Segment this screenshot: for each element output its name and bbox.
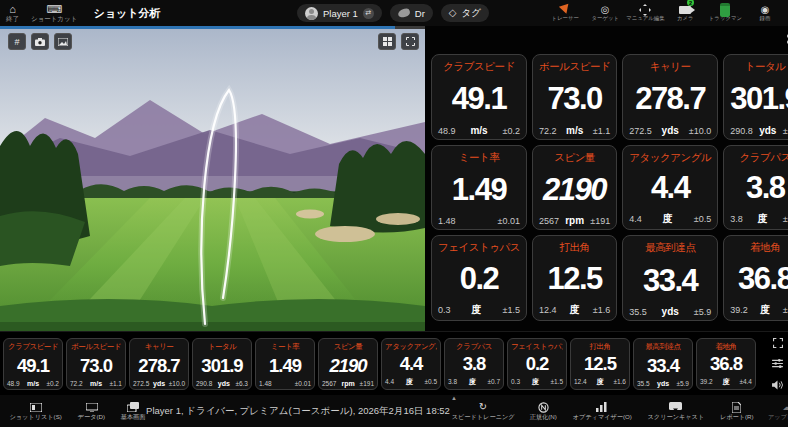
screencast-button[interactable]: スクリーンキャスト xyxy=(646,401,706,421)
camera-view-button[interactable] xyxy=(31,33,49,50)
exit-button[interactable]: ⌂ 終了 xyxy=(6,4,19,22)
metric-reference: 39.2 xyxy=(700,378,713,385)
upload-button[interactable]: ☁ アップロード xyxy=(767,401,788,421)
metric-value: 301.9 xyxy=(196,356,248,376)
course-view[interactable]: # xyxy=(0,26,425,331)
metric-chip[interactable]: ミート率 1.49 1.48 ±0.01 xyxy=(255,338,315,390)
metric-deviation: ±0.2 xyxy=(503,126,520,136)
metric-chip[interactable]: スピン量 2190 2567 rpm ±191 xyxy=(318,338,378,390)
metric-card[interactable]: スピン量 2190 2567 rpm ±191 xyxy=(532,145,617,231)
speed-gauge-icon: ↻ xyxy=(479,402,487,412)
top-bar: ⌂ 終了 ⌨ ショートカット ショット分析 Player 1 ⇄ Dr ◇ タグ xyxy=(0,0,788,26)
metric-chip[interactable]: キャリー 278.7 272.5 yds ±10.0 xyxy=(129,338,189,390)
metric-unit: 度 xyxy=(663,212,673,226)
metric-title: スピン量 xyxy=(539,151,610,165)
metric-card[interactable]: トータル 301.9 290.8 yds ±6.3 xyxy=(723,54,788,140)
target-button[interactable]: ◎ ターゲット xyxy=(590,4,620,22)
metric-card[interactable]: フェイストゥパス 0.2 0.3 度 ±1.5 xyxy=(431,235,527,321)
metric-unit: rpm xyxy=(565,215,584,226)
club-selector[interactable]: Dr xyxy=(390,4,433,22)
metric-unit: 度 xyxy=(760,303,770,317)
trackman-button[interactable]: トラックマン xyxy=(710,4,740,22)
multi-view-button[interactable] xyxy=(378,33,396,50)
optimizer-button[interactable]: オプティマイザー(O) xyxy=(571,401,633,421)
report-document-icon xyxy=(732,402,741,413)
metric-value: 36.8 xyxy=(700,354,752,374)
metric-card[interactable]: ミート率 1.49 1.48 ±0.01 xyxy=(431,145,527,231)
basic-screen-button[interactable]: 基本画面 xyxy=(120,401,146,421)
strip-volume-button[interactable] xyxy=(770,377,785,392)
shot-list-button[interactable]: ショットリスト(S) xyxy=(8,401,63,421)
metric-chip[interactable]: 最高到達点 33.4 35.5 yds ±5.9 xyxy=(633,338,693,390)
expand-strip-caret[interactable]: ▲ xyxy=(451,395,457,401)
metric-card[interactable]: ボールスピード 73.0 72.2 m/s ±1.1 xyxy=(532,54,617,140)
metric-card[interactable]: キャリー 278.7 272.5 yds ±10.0 xyxy=(622,54,718,140)
screencast-label: スクリーンキャスト xyxy=(648,413,705,421)
metric-reference: 290.8 xyxy=(730,126,753,136)
metric-card[interactable]: 最高到達点 33.4 35.5 yds ±5.9 xyxy=(622,235,718,321)
metric-chip[interactable]: ボールスピード 73.0 72.2 m/s ±1.1 xyxy=(66,338,126,390)
target-icon: ◎ xyxy=(601,5,610,15)
record-button[interactable]: ◉ 録画 xyxy=(750,4,780,22)
metric-card[interactable]: 打出角 12.5 12.4 度 ±1.6 xyxy=(532,235,617,321)
player-selector[interactable]: Player 1 ⇄ xyxy=(297,4,382,22)
metric-unit: yds xyxy=(218,380,230,387)
normalize-button[interactable]: 正規化(N) xyxy=(529,401,558,421)
metric-chip[interactable]: 着地角 36.8 39.2 度 ±4.4 xyxy=(696,338,756,390)
image-view-button[interactable] xyxy=(54,33,72,50)
metric-title: クラブスピード xyxy=(438,60,520,74)
metric-title: アタックアングル xyxy=(385,342,437,352)
data-screen-icon xyxy=(86,403,98,412)
metric-card[interactable]: アタックアングル 4.4 4.4 度 ±0.5 xyxy=(622,145,718,231)
manual-edit-button[interactable]: マニュアル編集 xyxy=(630,4,660,22)
expand-icon xyxy=(406,37,415,46)
expand-view-button[interactable] xyxy=(401,33,419,50)
metric-unit: 度 xyxy=(406,377,413,387)
metric-card[interactable]: 着地角 36.8 39.2 度 ±4.4 xyxy=(723,235,788,321)
metric-card[interactable]: クラブパス 3.8 3.8 度 ±0.7 xyxy=(723,145,788,231)
metric-chip[interactable]: アタックアングル 4.4 4.4 度 ±0.5 xyxy=(381,338,441,390)
hash-icon: # xyxy=(14,37,19,47)
metric-chip[interactable]: クラブパス 3.8 3.8 度 ±0.7 xyxy=(444,338,504,390)
metric-reference: 1.48 xyxy=(259,380,272,387)
metric-chip[interactable]: トータル 301.9 290.8 yds ±6.3 xyxy=(192,338,252,390)
metric-chip[interactable]: フェイストゥパス 0.2 0.3 度 ±1.5 xyxy=(507,338,567,390)
metric-chip[interactable]: 打出角 12.5 12.4 度 ±1.6 xyxy=(570,338,630,390)
metrics-panel: クラブスピード 49.1 48.9 m/s ±0.2 ボールスピード 73.0 … xyxy=(425,26,788,331)
driver-club-icon xyxy=(397,8,411,19)
metric-deviation: ±4.4 xyxy=(739,378,752,385)
metric-unit: m/s xyxy=(90,380,102,387)
main-area: # xyxy=(0,26,788,331)
speed-training-button[interactable]: ↻ スピードトレーニング xyxy=(450,401,516,421)
metric-deviation: ±0.5 xyxy=(424,378,437,385)
strip-fullscreen-button[interactable] xyxy=(770,335,785,350)
grid-overlay-button[interactable]: # xyxy=(8,33,26,50)
shortcut-label: ショートカット xyxy=(31,15,77,22)
basic-screen-label: 基本画面 xyxy=(121,413,146,421)
data-button[interactable]: データ(D) xyxy=(77,401,106,421)
bottombar-left: ショットリスト(S) データ(D) 基本画面 xyxy=(8,401,146,421)
shortcut-button[interactable]: ⌨ ショートカット xyxy=(31,4,77,22)
home-icon: ⌂ xyxy=(9,4,16,15)
metric-title: 着地角 xyxy=(700,342,752,352)
metric-reference: 3.8 xyxy=(448,378,457,385)
camera-button[interactable]: 2 カメラ xyxy=(670,4,700,22)
metric-deviation: ±1.5 xyxy=(503,305,520,315)
record-icon: ◉ xyxy=(761,5,770,15)
metric-chip[interactable]: クラブスピード 49.1 48.9 m/s ±0.2 xyxy=(3,338,63,390)
strip-settings-button[interactable] xyxy=(770,356,785,371)
metric-deviation: ±1.6 xyxy=(593,305,610,315)
tag-button[interactable]: ◇ タグ xyxy=(441,4,489,22)
metric-deviation: ±0.7 xyxy=(783,214,788,224)
metric-unit: 度 xyxy=(597,377,604,387)
tracer-button[interactable]: トレーサー xyxy=(550,4,580,22)
report-button[interactable]: レポート(R) xyxy=(719,401,754,421)
metric-reference: 272.5 xyxy=(629,126,652,136)
replay-progress-bar[interactable] xyxy=(0,26,425,29)
metric-value: 1.49 xyxy=(259,356,311,376)
metric-deviation: ±5.9 xyxy=(676,380,689,387)
metric-reference: 0.3 xyxy=(438,305,451,315)
metric-value: 0.2 xyxy=(511,354,563,374)
metric-title: キャリー xyxy=(133,342,185,352)
metric-card[interactable]: クラブスピード 49.1 48.9 m/s ±0.2 xyxy=(431,54,527,140)
